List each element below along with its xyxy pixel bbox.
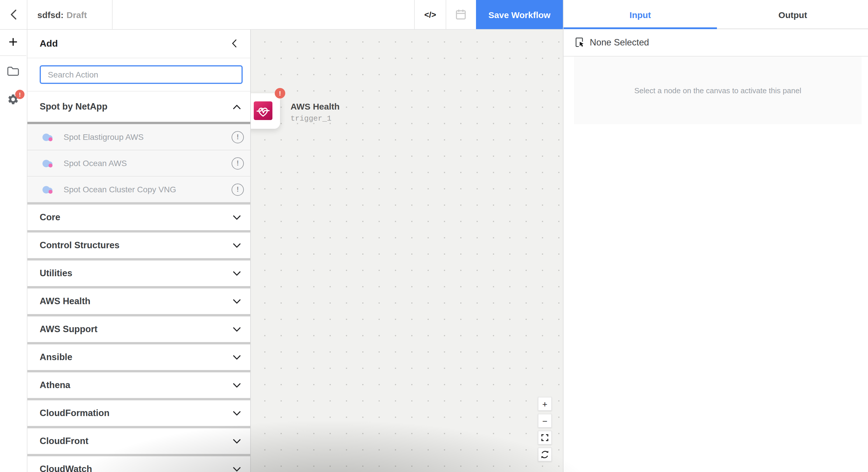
top-header: sdfsd: Draft </> Save Workflow: [0, 0, 563, 30]
group-ansible[interactable]: Ansible: [27, 344, 250, 370]
settings-rail-button[interactable]: [0, 86, 26, 112]
add-panel-title: Add: [40, 38, 58, 49]
minus-icon: −: [542, 416, 548, 426]
workflow-canvas[interactable]: ! AWS Health trigger_1 + −: [251, 29, 563, 472]
empty-state-hint: Select a node on the canvas to activate …: [634, 86, 801, 95]
chevron-down-icon: [233, 299, 241, 304]
search-row: [27, 58, 250, 92]
group-active-bar: [27, 122, 250, 124]
info-icon[interactable]: !: [231, 183, 244, 196]
group-spot-by-netapp[interactable]: Spot by NetApp: [27, 92, 250, 122]
collapse-panel-button[interactable]: [228, 38, 240, 49]
cloud-icon: [42, 185, 54, 194]
add-node-rail-button[interactable]: +: [0, 29, 26, 56]
group-cloudfront[interactable]: CloudFront: [27, 428, 250, 454]
zoom-out-button[interactable]: −: [538, 414, 552, 428]
group-aws-support[interactable]: AWS Support: [27, 316, 250, 342]
workflow-name: sdfsd:: [37, 10, 64, 20]
group-cloudformation[interactable]: CloudFormation: [27, 400, 250, 426]
group-cloudwatch[interactable]: CloudWatch: [27, 456, 250, 472]
aws-health-node-icon: [254, 101, 272, 120]
action-item[interactable]: Spot Ocean AWS !: [27, 150, 250, 176]
tab-input[interactable]: Input: [563, 0, 717, 29]
add-action-panel: Add Spot by NetApp: [27, 29, 251, 472]
chevron-down-icon: [233, 467, 241, 472]
info-icon[interactable]: !: [231, 157, 244, 169]
plus-icon: +: [542, 399, 548, 409]
fullscreen-icon: [541, 434, 548, 441]
workflow-editor-app: sdfsd: Draft </> Save Workflow +: [0, 0, 868, 472]
node-id: trigger_1: [290, 114, 331, 123]
empty-state-box: Select a node on the canvas to activate …: [574, 57, 862, 124]
schedule-button[interactable]: [445, 0, 476, 29]
cloud-icon: [42, 132, 54, 142]
zoom-in-button[interactable]: +: [538, 397, 552, 411]
search-action-input[interactable]: [40, 65, 243, 84]
canvas-controls: + −: [538, 397, 552, 464]
active-tab-underline: [563, 27, 717, 29]
chevron-down-icon: [233, 327, 241, 332]
cursor-select-icon: [575, 37, 585, 48]
workflows-rail-button[interactable]: [0, 60, 26, 83]
group-aws-health[interactable]: AWS Health: [27, 289, 250, 314]
chevron-down-icon: [233, 271, 241, 276]
chevron-down-icon: [233, 410, 241, 416]
calendar-icon: [454, 8, 467, 21]
plus-icon: +: [8, 33, 18, 51]
action-item[interactable]: Spot Ocean Cluster Copy VNG !: [27, 176, 250, 202]
back-button[interactable]: [0, 0, 27, 29]
workflow-status: Draft: [66, 10, 87, 20]
reset-view-button[interactable]: [538, 447, 552, 462]
group-utilities[interactable]: Utilities: [27, 261, 250, 286]
tab-output[interactable]: Output: [717, 0, 868, 29]
node-title: AWS Health: [290, 101, 340, 111]
save-workflow-button[interactable]: Save Workflow: [476, 0, 563, 29]
fit-view-button[interactable]: [538, 431, 552, 445]
inspector-tabs: Input Output: [563, 0, 868, 29]
code-icon: </>: [424, 10, 436, 19]
chevron-down-icon: [233, 215, 241, 220]
cloud-icon: [42, 159, 54, 168]
chevron-down-icon: [233, 243, 241, 248]
chevron-up-icon: [233, 104, 241, 109]
chevron-down-icon: [233, 355, 241, 360]
left-rail: + !: [0, 29, 27, 472]
info-icon[interactable]: !: [231, 131, 244, 143]
empty-state-title: None Selected: [590, 37, 649, 48]
workflow-title: sdfsd: Draft: [27, 0, 113, 29]
node-alert-badge: !: [275, 88, 285, 99]
group-control-structures[interactable]: Control Structures: [27, 233, 250, 258]
group-core[interactable]: Core: [27, 205, 250, 230]
folder-icon: [7, 66, 19, 76]
action-item[interactable]: Spot Elastigroup AWS !: [27, 124, 250, 150]
chevron-down-icon: [233, 382, 241, 388]
settings-alert-badge: !: [15, 90, 25, 99]
inspector-header: None Selected: [563, 29, 868, 57]
view-code-button[interactable]: </>: [414, 0, 446, 29]
refresh-icon: [541, 450, 549, 459]
add-panel-header: Add: [27, 29, 250, 58]
group-athena[interactable]: Athena: [27, 372, 250, 398]
chevron-down-icon: [233, 438, 241, 444]
inspector-panel: Input Output None Selected Select a node…: [563, 0, 868, 472]
back-chevron-icon: [10, 9, 17, 21]
